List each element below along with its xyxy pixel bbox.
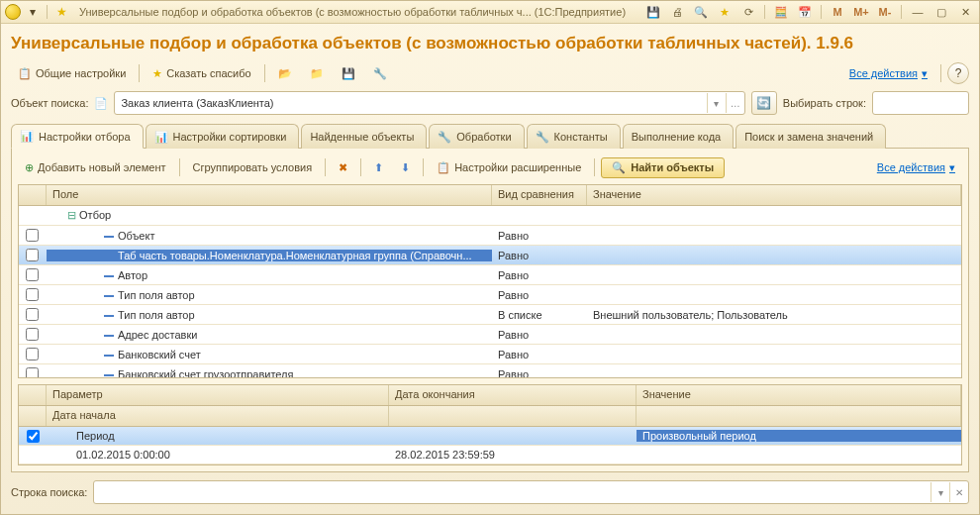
dropdown-icon[interactable]: ▾: [25, 4, 41, 20]
tab-4[interactable]: 🔧Константы: [527, 124, 621, 149]
combo-ellipsis-icon[interactable]: …: [726, 93, 744, 113]
combo-dropdown-icon[interactable]: ▾: [931, 482, 949, 502]
combo-clear-icon[interactable]: ✕: [949, 482, 968, 502]
group-conditions-button[interactable]: Сгруппировать условия: [186, 158, 320, 176]
filter-row[interactable]: Банковский счет грузоотправителяРавно: [19, 364, 961, 378]
search-string-input[interactable]: [94, 486, 931, 498]
filter-row[interactable]: Тип поля авторВ спискеВнешний пользовате…: [19, 305, 961, 325]
page-title: Универсальные подбор и обработка объекто…: [11, 34, 969, 53]
row-checkbox[interactable]: [26, 308, 39, 321]
row-checkbox[interactable]: [26, 268, 39, 281]
memory-mminus-button[interactable]: M-: [875, 3, 895, 21]
tab-1[interactable]: 📊Настройки сортировки: [146, 124, 300, 149]
filter-grid-body[interactable]: ⊟ ОтборОбъектРавноТаб часть товары.Номен…: [19, 206, 961, 378]
tab-label: Найденные объекты: [310, 131, 414, 143]
say-thanks-label: Сказать спасибо: [166, 67, 250, 79]
print-icon[interactable]: 🖨: [667, 3, 687, 21]
rows-input[interactable]: [873, 97, 979, 109]
maximize-button[interactable]: ▢: [931, 3, 951, 21]
titlebar: ▾ ★ Универсальные подбор и обработка объ…: [1, 1, 979, 24]
filter-grid: Поле Вид сравнения Значение ⊟ ОтборОбъек…: [18, 184, 962, 378]
general-settings-button[interactable]: 📋 Общие настройки: [11, 64, 133, 83]
row-checkbox[interactable]: [26, 229, 39, 242]
minus-icon: [104, 355, 114, 357]
all-actions-label-2: Все действия: [877, 161, 945, 173]
delete-icon: ✖: [339, 161, 347, 174]
memory-mplus-button[interactable]: M+: [851, 3, 871, 21]
filter-row[interactable]: Адрес доставкиРавно: [19, 325, 961, 345]
preview-icon[interactable]: 🔍: [691, 3, 711, 21]
settings-icon: 📋: [18, 67, 32, 80]
add-element-button[interactable]: ⊕ Добавить новый элемент: [18, 158, 173, 177]
object-combo[interactable]: ▾ …: [114, 91, 744, 115]
param-row[interactable]: 01.02.2015 0:00:0028.02.2015 23:59:59: [19, 446, 961, 464]
all-actions-link-2[interactable]: Все действия ▾: [870, 158, 962, 177]
toolbar-icon-3[interactable]: 💾: [335, 64, 362, 83]
col-val2: Значение: [637, 385, 961, 405]
filter-row[interactable]: ОбъектРавно: [19, 226, 961, 246]
row-checkbox[interactable]: [26, 249, 39, 261]
rows-label: Выбирать строк:: [783, 97, 866, 109]
filter-row[interactable]: Банковский счетРавно: [19, 345, 961, 364]
move-down-button[interactable]: ⬇: [394, 158, 417, 177]
history-icon[interactable]: ⟳: [738, 3, 758, 21]
filter-root-row[interactable]: ⊟ Отбор: [19, 206, 961, 226]
tab-icon: 📊: [20, 130, 34, 143]
filter-row[interactable]: Таб часть товары.Номенклатура.Номенклату…: [19, 246, 961, 265]
main-toolbar: 📋 Общие настройки ★ Сказать спасибо 📂 📁 …: [11, 61, 969, 85]
memory-m-button[interactable]: M: [828, 3, 847, 21]
rows-spinner[interactable]: 🧮 ▴ ▾: [872, 91, 969, 115]
tab-0[interactable]: 📊Настройки отбора: [11, 124, 144, 149]
save-icon[interactable]: 💾: [643, 3, 663, 21]
row-checkbox[interactable]: [26, 367, 39, 378]
col-dstart: Дата начала: [47, 406, 389, 426]
all-actions-link[interactable]: Все действия ▾: [842, 64, 934, 83]
toolbar-icon-2[interactable]: 📁: [303, 64, 331, 83]
col-dend: Дата окончания: [389, 385, 637, 405]
col-cmp: Вид сравнения: [492, 185, 587, 205]
tab-icon: 🔧: [536, 131, 549, 144]
find-objects-button[interactable]: 🔍 Найти объекты: [601, 157, 725, 178]
params-grid-body[interactable]: ПериодПроизвольный период01.02.2015 0:00…: [19, 427, 961, 464]
search-string-combo[interactable]: ▾ ✕: [93, 480, 969, 504]
filter-row[interactable]: Тип поля авторРавно: [19, 285, 961, 305]
filter-row[interactable]: АвторРавно: [19, 265, 961, 285]
refresh-button[interactable]: 🔄: [751, 91, 777, 115]
close-button[interactable]: ✕: [955, 3, 975, 21]
param-row[interactable]: ПериодПроизвольный период: [19, 427, 961, 446]
tab-2[interactable]: Найденные объекты: [301, 124, 427, 149]
object-input[interactable]: [115, 97, 706, 109]
col-field: Поле: [47, 185, 492, 205]
collapse-icon[interactable]: ⊟: [66, 209, 76, 222]
tab-bar: 📊Настройки отбора📊Настройки сортировкиНа…: [11, 123, 969, 149]
search-string-row: Строка поиска: ▾ ✕: [11, 480, 969, 504]
calendar-icon[interactable]: 📅: [795, 3, 815, 21]
object-search-row: Объект поиска: 📄 ▾ … 🔄 Выбирать строк: 🧮…: [11, 91, 969, 115]
advanced-settings-button[interactable]: 📋 Настройки расширенные: [430, 158, 588, 177]
param-checkbox[interactable]: [27, 430, 40, 443]
tab-3[interactable]: 🔧Обработки: [429, 124, 524, 149]
minimize-button[interactable]: —: [908, 3, 928, 21]
group-conditions-label: Сгруппировать условия: [193, 161, 313, 173]
delete-button[interactable]: ✖: [332, 158, 354, 177]
favorite-icon[interactable]: ★: [715, 3, 735, 21]
save-icon: 💾: [342, 67, 355, 80]
tab-body: ⊕ Добавить новый элемент Сгруппировать у…: [11, 149, 969, 472]
row-checkbox[interactable]: [26, 288, 39, 301]
star-icon[interactable]: ★: [53, 4, 69, 20]
col-val: Значение: [587, 185, 961, 205]
tab-6[interactable]: Поиск и замена значений: [735, 124, 886, 149]
toolbar-icon-4[interactable]: 🔧: [366, 64, 394, 83]
tab-icon: 🔧: [438, 131, 451, 144]
calculator-icon[interactable]: 🧮: [771, 3, 791, 21]
tab-5[interactable]: Выполнение кода: [623, 124, 734, 149]
row-checkbox[interactable]: [26, 348, 39, 360]
move-up-button[interactable]: ⬆: [367, 158, 390, 177]
toolbar-icon-1[interactable]: 📂: [271, 64, 299, 83]
help-button[interactable]: ?: [947, 62, 969, 84]
row-checkbox[interactable]: [26, 328, 39, 341]
say-thanks-button[interactable]: ★ Сказать спасибо: [146, 64, 257, 83]
arrow-up-icon: ⬆: [374, 161, 383, 174]
tab-label: Настройки сортировки: [173, 131, 287, 143]
combo-dropdown-icon[interactable]: ▾: [707, 93, 726, 113]
